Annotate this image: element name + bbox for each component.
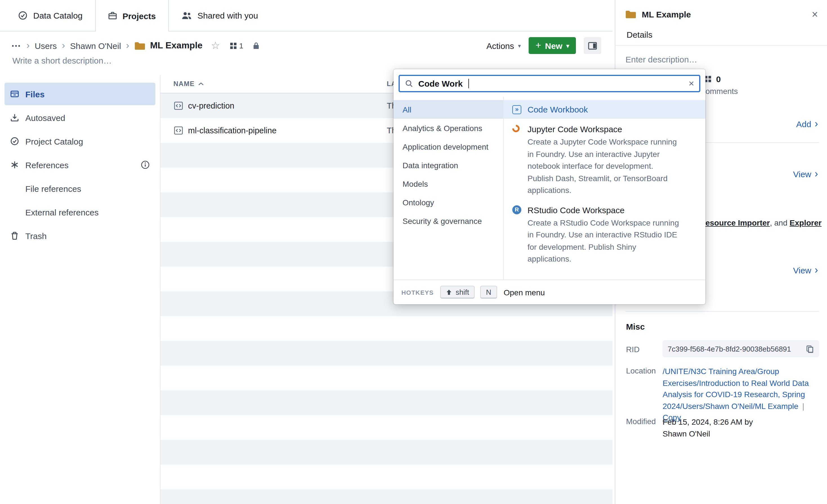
new-label: New xyxy=(545,41,563,50)
autosaved-icon xyxy=(10,113,19,122)
jupyter-icon xyxy=(511,123,521,134)
sidebar-item-label: File references xyxy=(25,184,81,193)
chevron-right-icon: › xyxy=(815,169,818,179)
section-divider xyxy=(626,311,819,312)
result-code-workbook[interactable]: » Code Workbook xyxy=(504,100,706,119)
category-data-integration[interactable]: Data integration xyxy=(393,156,503,174)
details-panel-toggle-button[interactable] xyxy=(584,37,601,54)
rid-value-box: 7c399-f568-4e7b-8fd2-90038eb56891 xyxy=(663,340,819,357)
category-analytics-operations[interactable]: Analytics & Operations xyxy=(393,119,503,137)
star-icon[interactable]: ☆ xyxy=(211,39,220,52)
organization-badge: 1 xyxy=(230,41,243,50)
tab-label: Shared with you xyxy=(198,11,258,20)
tab-details[interactable]: Details xyxy=(626,24,653,45)
text-cursor xyxy=(469,79,469,88)
search-input[interactable]: Code Work × xyxy=(399,75,700,92)
category-ontology[interactable]: Ontology xyxy=(393,193,503,212)
trash-icon xyxy=(10,231,19,240)
view-link[interactable]: View › xyxy=(793,265,818,275)
search-icon xyxy=(405,79,413,88)
category-list: All Analytics & Operations Application d… xyxy=(393,97,503,280)
resource-importer-link[interactable]: Resource Importer xyxy=(700,218,770,227)
files-icon xyxy=(10,90,19,99)
sidebar-item-external-references[interactable]: External references xyxy=(4,201,155,223)
chevron-right-icon: › xyxy=(815,119,818,129)
tab-shared-with-you[interactable]: Shared with you xyxy=(169,0,271,31)
breadcrumb-owner[interactable]: Shawn O'Neil xyxy=(70,41,121,50)
actions-button[interactable]: Actions ▾ xyxy=(486,41,521,50)
category-security-governance[interactable]: Security & governance xyxy=(393,212,503,230)
chevron-down-icon: ▾ xyxy=(566,43,569,49)
breadcrumb-overflow-button[interactable]: ⋯ xyxy=(11,40,21,51)
view-link[interactable]: View › xyxy=(793,169,818,179)
search-value: Code Work xyxy=(418,79,463,88)
sidebar-item-autosaved[interactable]: Autosaved xyxy=(4,106,155,129)
table-row-empty xyxy=(160,440,613,465)
result-rstudio-workspace[interactable]: R RStudio Code Workspace Create a RStudi… xyxy=(504,200,706,268)
tab-projects[interactable]: Projects xyxy=(95,0,168,32)
view-label: View xyxy=(793,265,812,275)
sidebar-item-label: Project Catalog xyxy=(25,136,83,146)
rid-value: 7c399-f568-4e7b-8fd2-90038eb56891 xyxy=(668,344,791,353)
shift-key-label: shift xyxy=(456,288,469,296)
stat-row: 0 xyxy=(704,74,738,84)
rid-row: RID 7c399-f568-4e7b-8fd2-90038eb56891 xyxy=(626,340,819,357)
chevron-right-icon: › xyxy=(126,40,129,51)
result-jupyter-workspace[interactable]: Jupyter Code Workspace Create a Jupyter … xyxy=(504,119,706,200)
sidebar-item-label: Files xyxy=(25,89,45,99)
location-link[interactable]: /UNITE/N3C Training Area/Group Exercises… xyxy=(663,367,809,410)
sidebar-item-files[interactable]: Files xyxy=(4,83,155,105)
sidebar-item-references[interactable]: References xyxy=(4,154,155,176)
sidebar-item-file-references[interactable]: File references xyxy=(4,177,155,200)
table-row-empty xyxy=(160,366,613,390)
n-key-label: N xyxy=(486,288,491,296)
add-link[interactable]: Add › xyxy=(796,119,818,129)
sidebar-item-label: External references xyxy=(25,207,99,217)
file-name: cv-prediction xyxy=(188,101,234,110)
org-count: 1 xyxy=(239,41,243,50)
copy-clipboard-icon[interactable] xyxy=(806,344,814,353)
sidebar-item-trash[interactable]: Trash xyxy=(4,224,155,247)
hotkeys-footer: HOTKEYS shift N Open menu xyxy=(393,280,706,304)
clear-search-icon[interactable]: × xyxy=(688,79,694,88)
learn-more-text: Resource Importer, and Explorer xyxy=(700,218,827,227)
info-icon[interactable] xyxy=(141,160,150,169)
actions-label: Actions xyxy=(486,41,514,50)
hotkey-action-label: Open menu xyxy=(503,288,545,297)
details-stats: 0 Comments xyxy=(700,74,738,96)
project-description-placeholder[interactable]: Write a short description… xyxy=(12,56,112,65)
folder-icon xyxy=(134,41,145,50)
close-icon[interactable]: × xyxy=(812,9,818,20)
check-circle-icon xyxy=(10,137,19,146)
breadcrumb-users[interactable]: Users xyxy=(35,41,57,50)
sidebar-item-label: Autosaved xyxy=(25,113,65,122)
column-header-name[interactable]: NAME xyxy=(174,80,203,88)
table-row-empty xyxy=(160,390,613,415)
table-row-empty xyxy=(160,316,613,341)
top-tab-bar: Data Catalog Projects Shared with you xyxy=(0,0,613,32)
menu-body: All Analytics & Operations Application d… xyxy=(393,97,706,280)
sidebar-item-project-catalog[interactable]: Project Catalog xyxy=(4,130,155,153)
chevron-right-icon: › xyxy=(815,265,818,275)
shift-key: shift xyxy=(441,286,475,299)
sidebar: Files Autosaved Project Catalog Referenc… xyxy=(0,75,160,504)
side-panel-icon xyxy=(588,41,597,50)
header-actions: Actions ▾ + New ▾ xyxy=(486,37,601,54)
category-models[interactable]: Models xyxy=(393,174,503,193)
details-panel-tabs: Details xyxy=(615,24,827,46)
tab-data-catalog[interactable]: Data Catalog xyxy=(6,0,95,31)
sidebar-item-label: Trash xyxy=(25,231,47,240)
asterisk-icon xyxy=(10,160,19,169)
category-all[interactable]: All xyxy=(393,100,503,119)
details-panel-header: ML Example × xyxy=(615,0,827,20)
new-button[interactable]: + New ▾ xyxy=(529,37,576,54)
table-row-empty xyxy=(160,489,613,504)
separator: | xyxy=(800,401,806,410)
category-application-development[interactable]: Application development xyxy=(393,137,503,156)
result-description: Create a Jupyter Code Workspace running … xyxy=(528,136,681,197)
explorer-link[interactable]: Explorer xyxy=(789,218,822,227)
result-description: Create a RStudio Code Workspace running … xyxy=(528,217,681,265)
org-grid-icon xyxy=(230,42,237,49)
check-circle-icon xyxy=(18,11,28,20)
people-icon xyxy=(181,11,192,20)
